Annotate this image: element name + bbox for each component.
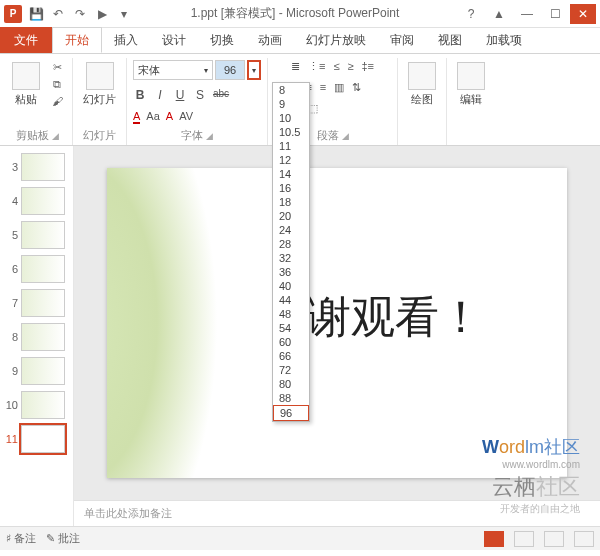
columns-button[interactable]: ▥ <box>334 81 344 94</box>
text-direction-button[interactable]: ⇅ <box>352 81 361 94</box>
close-button[interactable]: ✕ <box>570 4 596 24</box>
sorter-view-button[interactable] <box>514 531 534 547</box>
drawing-button[interactable]: 绘图 <box>404 60 440 109</box>
help-button[interactable]: ? <box>458 4 484 24</box>
font-name-combo[interactable]: 宋体▾ <box>133 60 213 80</box>
bold-button[interactable]: B <box>133 88 147 102</box>
maximize-button[interactable]: ☐ <box>542 4 568 24</box>
font-size-option[interactable]: 20 <box>273 209 309 223</box>
paste-icon <box>12 62 40 90</box>
notes-toggle[interactable]: ♯ 备注 <box>6 531 36 546</box>
increase-indent-button[interactable]: ≥ <box>347 60 353 73</box>
font-size-option[interactable]: 44 <box>273 293 309 307</box>
dialog-launcher-icon[interactable]: ◢ <box>206 131 213 141</box>
font-color-button[interactable]: A <box>133 110 140 124</box>
bullets-button[interactable]: ≣ <box>291 60 300 73</box>
shadow-button[interactable]: S <box>193 88 207 102</box>
font-size-option[interactable]: 54 <box>273 321 309 335</box>
font-size-option[interactable]: 10.5 <box>273 125 309 139</box>
italic-button[interactable]: I <box>153 88 167 102</box>
tab-home[interactable]: 开始 <box>52 27 102 53</box>
slide[interactable]: 谢观看！ <box>107 168 567 478</box>
font-size-dropdown[interactable]: 891010.511121416182024283236404448546066… <box>272 82 310 422</box>
dialog-launcher-icon[interactable]: ◢ <box>342 131 349 141</box>
font-size-option[interactable]: 60 <box>273 335 309 349</box>
font-size-option[interactable]: 10 <box>273 111 309 125</box>
minimize-button[interactable]: — <box>514 4 540 24</box>
qat-more-icon[interactable]: ▾ <box>116 6 132 22</box>
tab-design[interactable]: 设计 <box>150 27 198 53</box>
tab-slideshow[interactable]: 幻灯片放映 <box>294 27 378 53</box>
align-right-button[interactable]: ≡ <box>320 81 326 94</box>
font-size-option[interactable]: 48 <box>273 307 309 321</box>
save-icon[interactable]: 💾 <box>28 6 44 22</box>
slideshow-icon[interactable]: ▶ <box>94 6 110 22</box>
font-size-option[interactable]: 72 <box>273 363 309 377</box>
cut-icon[interactable]: ✂ <box>48 60 66 74</box>
font-size-option[interactable]: 96 <box>273 405 309 421</box>
slide-thumbnail[interactable]: 6 <box>0 252 73 286</box>
change-case-button[interactable]: Aa <box>146 110 159 124</box>
tab-addins[interactable]: 加载项 <box>474 27 534 53</box>
new-slide-button[interactable]: 幻灯片 <box>79 60 120 109</box>
font-size-option[interactable]: 12 <box>273 153 309 167</box>
font-size-option[interactable]: 18 <box>273 195 309 209</box>
clear-format-button[interactable]: A <box>166 110 173 124</box>
slide-thumbnail[interactable]: 4 <box>0 184 73 218</box>
font-size-option[interactable]: 14 <box>273 167 309 181</box>
font-size-option[interactable]: 40 <box>273 279 309 293</box>
numbering-button[interactable]: ⋮≡ <box>308 60 325 73</box>
font-size-option[interactable]: 36 <box>273 265 309 279</box>
status-bar: ♯ 备注 ✎ 批注 <box>0 526 600 550</box>
font-size-option[interactable]: 66 <box>273 349 309 363</box>
comments-toggle[interactable]: ✎ 批注 <box>46 531 80 546</box>
thumbnail-preview <box>21 391 65 419</box>
reading-view-button[interactable] <box>544 531 564 547</box>
slide-thumbnail[interactable]: 7 <box>0 286 73 320</box>
char-spacing-button[interactable]: AV <box>179 110 193 124</box>
thumbnail-number: 9 <box>4 365 18 377</box>
line-spacing-button[interactable]: ‡≡ <box>361 60 374 73</box>
font-size-option[interactable]: 28 <box>273 237 309 251</box>
slide-thumbnail[interactable]: 5 <box>0 218 73 252</box>
slide-thumbnail[interactable]: 9 <box>0 354 73 388</box>
slide-thumbnail[interactable]: 3 <box>0 150 73 184</box>
group-clipboard: 粘贴 ✂ ⧉ 🖌 剪贴板◢ <box>2 58 73 145</box>
paste-button[interactable]: 粘贴 <box>8 60 44 109</box>
font-size-option[interactable]: 88 <box>273 391 309 405</box>
thumbnail-number: 5 <box>4 229 18 241</box>
editing-button[interactable]: 编辑 <box>453 60 489 109</box>
tab-animations[interactable]: 动画 <box>246 27 294 53</box>
thumbnail-panel[interactable]: 34567891011 <box>0 146 74 526</box>
ribbon-toggle-button[interactable]: ▲ <box>486 4 512 24</box>
font-size-option[interactable]: 24 <box>273 223 309 237</box>
slide-thumbnail[interactable]: 8 <box>0 320 73 354</box>
slide-decoration <box>107 168 257 478</box>
undo-icon[interactable]: ↶ <box>50 6 66 22</box>
slideshow-view-button[interactable] <box>574 531 594 547</box>
redo-icon[interactable]: ↷ <box>72 6 88 22</box>
underline-button[interactable]: U <box>173 88 187 102</box>
slide-thumbnail[interactable]: 10 <box>0 388 73 422</box>
copy-icon[interactable]: ⧉ <box>48 77 66 91</box>
tab-review[interactable]: 审阅 <box>378 27 426 53</box>
tab-file[interactable]: 文件 <box>0 27 52 53</box>
font-size-option[interactable]: 9 <box>273 97 309 111</box>
font-size-option[interactable]: 11 <box>273 139 309 153</box>
dialog-launcher-icon[interactable]: ◢ <box>52 131 59 141</box>
strikethrough-button[interactable]: abc <box>213 88 227 102</box>
font-size-input[interactable]: 96 <box>215 60 245 80</box>
font-size-dropdown-button[interactable]: ▾ <box>247 60 261 80</box>
tab-transitions[interactable]: 切换 <box>198 27 246 53</box>
normal-view-button[interactable] <box>484 531 504 547</box>
format-painter-icon[interactable]: 🖌 <box>48 94 66 108</box>
tab-insert[interactable]: 插入 <box>102 27 150 53</box>
slide-thumbnail[interactable]: 11 <box>0 422 73 456</box>
font-size-option[interactable]: 16 <box>273 181 309 195</box>
font-size-option[interactable]: 32 <box>273 251 309 265</box>
font-size-option[interactable]: 8 <box>273 83 309 97</box>
font-size-option[interactable]: 80 <box>273 377 309 391</box>
slide-title-text[interactable]: 谢观看！ <box>307 288 483 347</box>
decrease-indent-button[interactable]: ≤ <box>333 60 339 73</box>
tab-view[interactable]: 视图 <box>426 27 474 53</box>
